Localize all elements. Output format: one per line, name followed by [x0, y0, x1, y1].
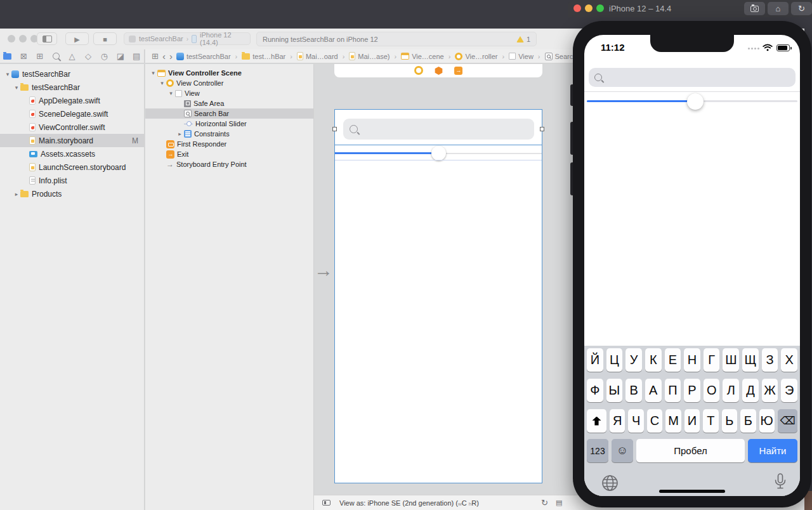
- mic-icon[interactable]: [773, 473, 788, 492]
- key-Ц[interactable]: Ц: [606, 348, 623, 372]
- file-tree-row[interactable]: ViewController.swift: [0, 121, 144, 134]
- run-button[interactable]: [65, 32, 89, 45]
- key-А[interactable]: А: [645, 379, 662, 402]
- test-navigator-tab[interactable]: [83, 51, 93, 61]
- disclosure-triangle[interactable]: ▾: [13, 84, 20, 91]
- breadcrumb-item[interactable]: Vie…roller: [455, 53, 497, 60]
- find-navigator-tab[interactable]: [51, 53, 60, 60]
- symbol-navigator-tab[interactable]: [35, 51, 44, 61]
- outline-row[interactable]: Exit: [145, 149, 313, 159]
- key-О[interactable]: О: [704, 379, 720, 402]
- sim-close-button[interactable]: [573, 4, 581, 12]
- key-У[interactable]: У: [625, 348, 642, 372]
- key-Щ[interactable]: Щ: [742, 348, 759, 372]
- storyboard-entry-point-arrow[interactable]: →: [314, 259, 333, 281]
- view-controller-view[interactable]: [334, 109, 542, 483]
- disclosure-triangle[interactable]: ▾: [4, 71, 11, 77]
- screenshot-button[interactable]: [744, 2, 765, 15]
- breakpoint-navigator-tab[interactable]: [115, 51, 125, 61]
- zoom-fit-icon[interactable]: ↻: [541, 498, 548, 507]
- debug-navigator-tab[interactable]: [100, 51, 109, 61]
- sim-zoom-button[interactable]: [596, 4, 604, 12]
- outline-row[interactable]: Horizontal Slider: [145, 119, 313, 129]
- key-К[interactable]: К: [645, 348, 662, 372]
- outline-row[interactable]: ▾View Controller: [145, 78, 313, 88]
- disclosure-triangle[interactable]: ▾: [167, 90, 175, 96]
- home-button[interactable]: [768, 2, 789, 15]
- warning-count[interactable]: 1: [527, 36, 530, 43]
- disclosure-triangle[interactable]: ▾: [158, 80, 166, 86]
- key-Ф[interactable]: Ф: [587, 379, 603, 402]
- slider-thumb[interactable]: [687, 93, 704, 110]
- file-tree-row[interactable]: SceneDelegate.swift: [0, 107, 144, 121]
- key-Е[interactable]: Е: [665, 348, 681, 372]
- breadcrumb-item[interactable]: testSearchBar: [176, 53, 231, 60]
- outline-row[interactable]: ▾View: [145, 88, 313, 98]
- emoji-key[interactable]: ☺: [612, 439, 633, 462]
- outline-row[interactable]: ▾View Controller Scene: [145, 68, 313, 78]
- source-control-tab[interactable]: [18, 51, 28, 61]
- forward-button[interactable]: ›: [169, 51, 173, 61]
- disclosure-triangle[interactable]: ▸: [13, 191, 20, 197]
- device-bezel-toggle-icon[interactable]: [322, 500, 331, 506]
- view-as-label[interactable]: View as: iPhone SE (2nd generation) (wC …: [339, 499, 479, 507]
- toggle-navigator-button[interactable]: [37, 32, 57, 45]
- simulator-titlebar[interactable]: iPhone 12 – 14.4: [568, 0, 812, 17]
- home-indicator[interactable]: [659, 490, 725, 493]
- exit-dock-icon[interactable]: [454, 67, 462, 75]
- breadcrumb-item[interactable]: test…hBar: [242, 53, 285, 60]
- key-М[interactable]: М: [665, 409, 681, 433]
- key-Ь[interactable]: Ь: [722, 409, 737, 433]
- key-Ю[interactable]: Ю: [759, 409, 775, 433]
- key-Э[interactable]: Э: [781, 379, 797, 402]
- window-minimize-button[interactable]: [19, 35, 27, 43]
- numbers-key[interactable]: 123: [587, 439, 608, 462]
- related-items-icon[interactable]: [152, 51, 159, 61]
- key-Г[interactable]: Г: [704, 348, 720, 372]
- canvas-slider-thumb[interactable]: [431, 146, 446, 160]
- file-tree-row[interactable]: Info.plist: [0, 174, 144, 187]
- key-С[interactable]: С: [647, 409, 662, 433]
- key-Д[interactable]: Д: [742, 379, 759, 402]
- back-button[interactable]: ‹: [162, 51, 166, 61]
- key-З[interactable]: З: [762, 348, 778, 372]
- search-bar[interactable]: [589, 68, 796, 87]
- breadcrumb-item[interactable]: Vie…cene: [401, 53, 444, 60]
- key-Б[interactable]: Б: [740, 409, 756, 433]
- adjust-editor-icon[interactable]: ▤: [556, 499, 562, 507]
- globe-keyboard-icon[interactable]: [601, 474, 619, 492]
- file-tree-row[interactable]: Main.storyboardM: [0, 134, 144, 147]
- project-navigator-tab[interactable]: [3, 53, 12, 60]
- canvas-search-bar[interactable]: [343, 119, 534, 140]
- outline-row[interactable]: Search Bar: [145, 108, 313, 119]
- scheme-selector[interactable]: testSearchBar › iPhone 12 (14.4): [124, 32, 251, 45]
- key-Й[interactable]: Й: [587, 348, 603, 372]
- disclosure-triangle[interactable]: ▾: [149, 70, 157, 76]
- file-tree-row[interactable]: ▾testSearchBar: [0, 81, 144, 94]
- key-Н[interactable]: Н: [684, 348, 700, 372]
- outline-row[interactable]: Storyboard Entry Point: [145, 159, 313, 169]
- key-П[interactable]: П: [665, 379, 681, 402]
- breadcrumb-item[interactable]: Mai…oard: [297, 52, 338, 60]
- outline-row[interactable]: ▸Constraints: [145, 129, 313, 139]
- stop-button[interactable]: [93, 32, 117, 45]
- space-key[interactable]: Пробел: [636, 439, 745, 462]
- outline-row[interactable]: First Responder: [145, 139, 313, 149]
- file-tree-row[interactable]: LaunchScreen.storyboard: [0, 160, 144, 174]
- file-tree-row[interactable]: AppDelegate.swift: [0, 94, 144, 107]
- key-Т[interactable]: Т: [703, 409, 718, 433]
- key-Р[interactable]: Р: [684, 379, 700, 402]
- file-tree-row[interactable]: Assets.xcassets: [0, 147, 144, 160]
- key-Ж[interactable]: Ж: [762, 379, 778, 402]
- key-Ш[interactable]: Ш: [723, 348, 739, 372]
- first-responder-dock-icon[interactable]: [435, 67, 443, 75]
- issue-navigator-tab[interactable]: [67, 51, 77, 61]
- report-navigator-tab[interactable]: [132, 51, 141, 61]
- key-В[interactable]: В: [625, 379, 642, 402]
- breadcrumb-item[interactable]: Mai…ase): [349, 52, 390, 60]
- key-Я[interactable]: Я: [610, 409, 625, 433]
- iphone-screen[interactable]: 11:12 ЙЦУКЕНГШЩЗХ ФЫВАПРОЛДЖЭ ЯЧСМИТЬБЮ⌫…: [584, 35, 800, 496]
- disclosure-triangle[interactable]: ▸: [176, 131, 184, 137]
- backspace-key[interactable]: ⌫: [778, 409, 797, 433]
- resize-handle-right[interactable]: [540, 127, 544, 131]
